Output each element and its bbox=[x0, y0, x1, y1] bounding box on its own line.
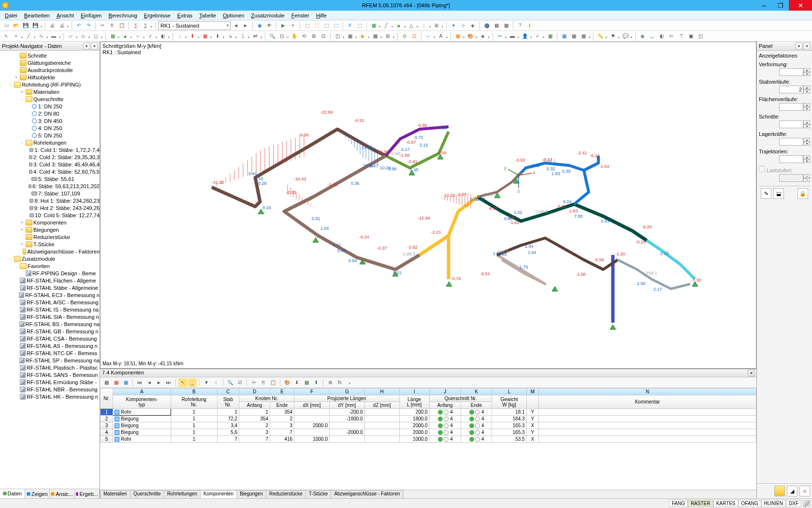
module-icon[interactable]: ▦ bbox=[492, 21, 501, 30]
table-tab-rohrleitungen[interactable]: Rohrleitungen bbox=[164, 490, 201, 498]
printsel-icon[interactable]: 🖨 bbox=[58, 21, 66, 30]
panel-input[interactable] bbox=[779, 68, 803, 76]
pipe5-icon[interactable]: ⊤ bbox=[677, 32, 685, 41]
tree-node[interactable]: RF-STAHL GB - Bemessung n bbox=[0, 328, 100, 335]
area-icon[interactable]: ▦ bbox=[201, 32, 209, 41]
tbl-unit-icon[interactable]: ₓ bbox=[345, 378, 354, 387]
data-grid[interactable]: Nr.ABCDEFGHIJKLMNKomponenten-typRohrleit… bbox=[100, 388, 756, 490]
mem-icon[interactable]: ◐ bbox=[159, 32, 167, 41]
panel-input[interactable] bbox=[779, 155, 803, 163]
tree-node[interactable]: +Komponenten bbox=[0, 219, 100, 226]
imp-icon[interactable]: ⤵ bbox=[238, 32, 247, 41]
vis-icon[interactable]: ▦ bbox=[579, 32, 588, 41]
pipe6-icon[interactable]: ▣ bbox=[686, 32, 695, 41]
pan-icon[interactable]: ✋ bbox=[290, 32, 299, 41]
free-icon[interactable]: ↘ bbox=[226, 32, 234, 41]
nav-tab-zeigen[interactable]: Zeigen bbox=[25, 489, 50, 498]
tree-node[interactable]: 1: Cold 1: Stäbe: 1,72,2-7,4 bbox=[0, 146, 100, 153]
tree-node[interactable]: RF-PIPING Design - Beme bbox=[0, 269, 100, 277]
table-tab-t-stücke[interactable]: T-Stücke bbox=[305, 490, 331, 498]
panel-btn-1[interactable]: ✎ bbox=[761, 188, 771, 199]
table-tab-querschnitte[interactable]: Querschnitte bbox=[130, 490, 164, 498]
menu-hilfe[interactable]: Hilfe bbox=[313, 12, 330, 19]
spinner[interactable]: ▴▾ bbox=[803, 68, 810, 76]
table-row[interactable]: 5Rohr1774161000.01000.0 4 453.5X bbox=[101, 436, 756, 443]
tbl-edit-icon[interactable]: ▦ bbox=[102, 378, 111, 387]
tex-icon[interactable]: ◈ bbox=[478, 32, 487, 41]
user-icon[interactable]: 👤 bbox=[521, 32, 529, 41]
comm-icon[interactable]: 💬 bbox=[621, 32, 630, 41]
num2-icon[interactable]: ⬚ bbox=[355, 21, 364, 30]
nav-tab-daten[interactable]: Daten bbox=[0, 489, 25, 498]
next-icon[interactable]: ► bbox=[241, 21, 250, 30]
tbl-prev-icon[interactable]: ◄ bbox=[145, 378, 154, 387]
color-icon[interactable]: 🎨 bbox=[466, 32, 475, 41]
tree-node[interactable]: -Rohrleitung (RF-PIPING) bbox=[0, 81, 100, 88]
tbl-pick-icon[interactable]: ↖ bbox=[178, 378, 187, 387]
tree-node[interactable]: RF-STAHL EC3 - Bemessung n bbox=[0, 291, 100, 299]
tree-node[interactable]: -Zusatzmodule bbox=[0, 255, 100, 262]
tbl-res-icon[interactable]: ▦ bbox=[121, 378, 130, 387]
view3-icon[interactable]: ▩ bbox=[371, 32, 379, 41]
supp3-icon[interactable]: ▲ bbox=[121, 32, 130, 41]
tree-node[interactable]: RF-STAHL AISC - Bemessung bbox=[0, 299, 100, 306]
pipe2-icon[interactable]: ◡ bbox=[648, 32, 656, 41]
saveas-icon[interactable]: 💾 bbox=[31, 21, 40, 30]
spinner[interactable]: ▴▾ bbox=[803, 103, 810, 111]
navigator-pin-button[interactable]: ▾ bbox=[83, 43, 90, 49]
tree-node[interactable]: Abzweiganschlüsse - Faktoren bbox=[0, 248, 100, 255]
tree-node[interactable]: RF-STAHL BS - Bemessung na bbox=[0, 320, 100, 328]
flag-icon[interactable]: ⚑ bbox=[609, 32, 617, 41]
tree-node[interactable]: 10: Cold 5: Stäbe: 12,27,74 bbox=[0, 211, 100, 219]
tree-node[interactable]: 6: Stäbe: 59,63,213,201,202 bbox=[0, 182, 100, 190]
tree-node[interactable]: 3: Cold 3: Stäbe: 45,49,46,4 bbox=[0, 161, 100, 168]
foot-btn-1[interactable] bbox=[774, 486, 785, 496]
tree-node[interactable]: +Materialien bbox=[0, 88, 100, 95]
tbl-cfg-icon[interactable]: ⚙ bbox=[326, 378, 334, 387]
lineload-icon[interactable]: ⬇ bbox=[188, 32, 197, 41]
menu-ansicht[interactable]: Ansicht bbox=[54, 12, 77, 19]
modnav-icon[interactable]: ▦ bbox=[502, 21, 510, 30]
status-fang[interactable]: FANG bbox=[669, 500, 688, 507]
spring-icon[interactable]: ⫽ bbox=[146, 32, 155, 41]
table-row[interactable]: 2Biegung172,23542-1800.01800.0 4 4184.3Y bbox=[101, 416, 756, 422]
spinner[interactable]: ▴▾ bbox=[803, 86, 810, 93]
tree-node[interactable]: -Rohrleitungen bbox=[0, 139, 100, 146]
grab-icon[interactable]: ⊙ bbox=[400, 32, 409, 41]
panel-input[interactable] bbox=[779, 138, 803, 146]
axes-icon[interactable]: ✦ bbox=[449, 21, 458, 30]
tree-node[interactable]: 3: DN 450 bbox=[0, 117, 100, 124]
line-icon[interactable]: ╱ bbox=[382, 21, 391, 30]
status-hlinien[interactable]: HLINIEN bbox=[761, 500, 786, 507]
table-tab-biegungen[interactable]: Biegungen bbox=[236, 490, 266, 498]
tb1[interactable]: ⬚ bbox=[303, 21, 311, 30]
local-icon[interactable]: ⊞ bbox=[432, 21, 441, 30]
tbl-sel-icon[interactable]: ☑ bbox=[235, 378, 244, 387]
surf2-icon[interactable]: ◇ bbox=[79, 32, 87, 41]
pipe1-icon[interactable]: ◉ bbox=[638, 32, 647, 41]
gen-icon[interactable]: ⬇ bbox=[213, 32, 222, 41]
table-tab-reduzierstücke[interactable]: Reduzierstücke bbox=[266, 490, 306, 498]
tree-node[interactable]: 7: Stäbe: 107,109 bbox=[0, 190, 100, 197]
node-icon[interactable]: • bbox=[12, 32, 20, 41]
print-icon[interactable]: 🖨 bbox=[48, 21, 57, 30]
menu-optionen[interactable]: Optionen bbox=[220, 12, 247, 19]
tree-node[interactable]: RF-STAHL AS - Bemessung n bbox=[0, 342, 100, 349]
set-icon[interactable]: ▦ bbox=[108, 32, 117, 41]
status-kartes[interactable]: KARTES bbox=[713, 500, 739, 507]
tree-node[interactable]: RF-STAHL NTC-DF - Bemess bbox=[0, 349, 100, 357]
spinner[interactable]: ▴▾ bbox=[803, 155, 810, 163]
curve-icon[interactable]: ∿ bbox=[37, 32, 45, 41]
loads-icon[interactable]: ↓ bbox=[420, 21, 428, 30]
supp-icon[interactable]: ▲ bbox=[394, 21, 403, 30]
navigator-tree[interactable]: SchnitteGlättungsbereicheAusdruckprotoko… bbox=[0, 51, 100, 489]
clip-icon[interactable]: ✂ bbox=[495, 32, 504, 41]
tbl-copy-icon[interactable]: ⎘ bbox=[259, 378, 268, 387]
tree-node[interactable]: 2: Cold 2: Stäbe: 29,35,30,3 bbox=[0, 153, 100, 161]
tbl-export-icon[interactable]: ⬆ bbox=[312, 378, 320, 387]
tree-node[interactable]: +T-Stücke bbox=[0, 240, 100, 248]
menu-berechnung[interactable]: Berechnung bbox=[105, 12, 140, 19]
factor-icon[interactable]: × bbox=[289, 21, 297, 30]
tb3[interactable]: ⬚ bbox=[322, 21, 331, 30]
tbl-last-icon[interactable]: ⏭ bbox=[164, 378, 173, 387]
